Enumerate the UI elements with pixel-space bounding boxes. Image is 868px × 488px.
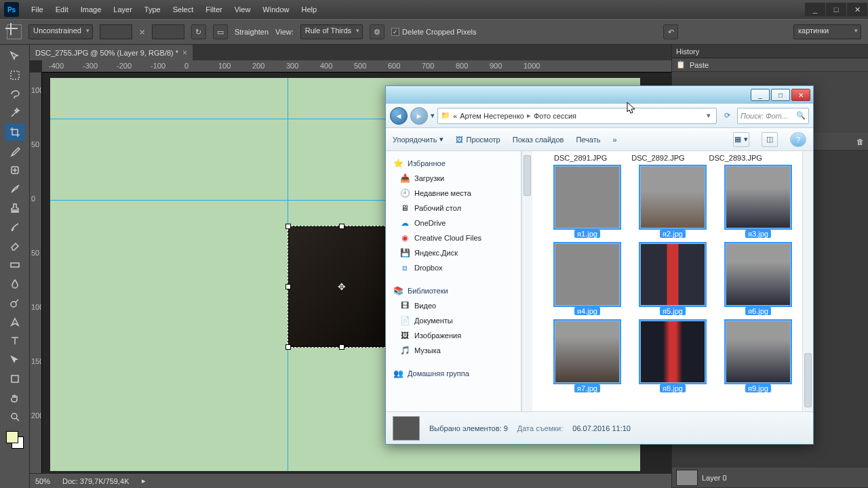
breadcrumb-seg[interactable]: Артем Нестеренко — [460, 112, 524, 120]
ruler-horizontal[interactable]: -400-300-200-100010020030040050060070080… — [42, 60, 671, 73]
path-select-icon[interactable] — [5, 351, 25, 369]
breadcrumb-seg[interactable]: Фото сессия — [534, 112, 576, 120]
file-list[interactable]: DSC_2891.JPGDSC_2892.JPGDSC_2893.JPG я1.… — [532, 151, 802, 411]
close-button[interactable]: ✕ — [847, 3, 867, 16]
tree-item-yandex[interactable]: 💾Яндекс.Диск — [386, 245, 521, 260]
file-thumb[interactable]: я3.jpg — [718, 166, 798, 238]
crop-tool-icon[interactable] — [5, 123, 25, 141]
reset-icon[interactable]: ↶ — [663, 24, 678, 39]
menu-select[interactable]: Select — [167, 3, 199, 16]
search-input[interactable]: Поиск: Фот... 🔍 — [737, 108, 809, 124]
explorer-minimize-button[interactable]: _ — [751, 89, 770, 101]
history-brush-icon[interactable] — [5, 218, 25, 236]
tree-item-music[interactable]: 🎵Музыка — [386, 342, 521, 357]
dodge-tool-icon[interactable] — [5, 294, 25, 312]
eyedropper-tool-icon[interactable] — [5, 142, 25, 160]
type-tool-icon[interactable] — [5, 332, 25, 350]
tree-item-desktop[interactable]: 🖥Рабочий стол — [386, 200, 521, 215]
maximize-button[interactable]: □ — [826, 3, 846, 16]
rotate-icon[interactable]: ↻ — [191, 24, 206, 39]
stamp-tool-icon[interactable] — [5, 199, 25, 217]
tree-item-pictures[interactable]: 🖼Изображения — [386, 327, 521, 342]
tree-scrollbar[interactable] — [521, 151, 532, 411]
address-dropdown-icon[interactable]: ▾ — [704, 111, 713, 120]
wand-tool-icon[interactable] — [5, 104, 25, 122]
menu-edit[interactable]: Edit — [50, 3, 74, 16]
tree-item-dropbox[interactable]: ⧈Dropbox — [386, 260, 521, 274]
pen-tool-icon[interactable] — [5, 313, 25, 331]
workspace-select[interactable]: картинки — [793, 24, 861, 39]
menu-help[interactable]: Help — [296, 3, 322, 16]
crop-width-input[interactable] — [100, 24, 132, 39]
lasso-tool-icon[interactable] — [5, 85, 25, 103]
trash-icon[interactable]: 🗑 — [856, 138, 864, 146]
history-panel-tab[interactable]: History — [672, 45, 868, 58]
nav-tree[interactable]: ⭐Избранное 📥Загрузки 🕘Недавние места 🖥Ра… — [386, 151, 521, 411]
minimize-button[interactable]: _ — [805, 3, 825, 16]
file-thumb[interactable]: я6.jpg — [718, 243, 798, 315]
tree-favorites[interactable]: ⭐Избранное — [386, 155, 521, 170]
refresh-button[interactable]: ⟳ — [719, 108, 734, 123]
menu-layer[interactable]: Layer — [108, 3, 138, 16]
tree-homegroup[interactable]: 👥Домашняя группа — [386, 365, 521, 380]
tree-item-documents[interactable]: 📄Документы — [386, 312, 521, 327]
tree-item-creative-cloud[interactable]: ◉Creative Cloud Files — [386, 230, 521, 245]
explorer-close-button[interactable]: ✕ — [791, 89, 810, 101]
history-item[interactable]: 📋 Paste — [672, 58, 868, 72]
address-bar[interactable]: 📁 « Артем Нестеренко ▸ Фото сессия ▾ — [437, 108, 717, 124]
file-thumb[interactable]: я8.jpg — [633, 321, 713, 392]
menu-window[interactable]: Window — [257, 3, 294, 16]
ruler-vertical[interactable]: 10050050100150200 — [30, 73, 42, 473]
straighten-label[interactable]: Straighten — [235, 28, 269, 36]
explorer-window[interactable]: _ □ ✕ ◄ ► ▾ 📁 « Артем Нестеренко ▸ Фото … — [385, 85, 814, 445]
tree-item-recent[interactable]: 🕘Недавние места — [386, 185, 521, 200]
document-tab[interactable]: DSC_2755.JPG @ 50% (Layer 9, RGB/8) * × — [30, 45, 193, 60]
menu-file[interactable]: File — [26, 3, 49, 16]
file-thumb[interactable]: я2.jpg — [633, 166, 713, 238]
tree-libraries[interactable]: 📚Библиотеки — [386, 283, 521, 298]
file-thumb[interactable]: я1.jpg — [547, 166, 627, 238]
explorer-maximize-button[interactable]: □ — [771, 89, 790, 101]
file-thumb[interactable]: я5.jpg — [633, 243, 713, 315]
marquee-tool-icon[interactable] — [5, 66, 25, 84]
view-mode-button[interactable]: ▦ ▾ — [733, 132, 749, 147]
zoom-level[interactable]: 50% — [35, 477, 50, 485]
crop-region[interactable] — [288, 226, 396, 348]
blur-tool-icon[interactable] — [5, 275, 25, 293]
hand-tool-icon[interactable] — [5, 389, 25, 407]
back-button[interactable]: ◄ — [390, 107, 408, 125]
forward-button[interactable]: ► — [410, 107, 428, 125]
file-thumb[interactable]: я4.jpg — [547, 243, 627, 315]
files-scrollbar[interactable] — [802, 151, 813, 411]
help-button[interactable]: ? — [790, 132, 806, 147]
layer-row[interactable]: Layer 0 — [672, 468, 868, 488]
file-thumb[interactable]: я7.jpg — [547, 321, 627, 392]
status-arrow-icon[interactable]: ▸ — [142, 476, 146, 485]
explorer-titlebar[interactable]: _ □ ✕ — [386, 86, 813, 104]
healing-tool-icon[interactable] — [5, 161, 25, 179]
color-swatches[interactable] — [5, 430, 25, 450]
delete-cropped-checkbox[interactable]: ✓Delete Cropped Pixels — [391, 28, 476, 36]
menu-filter[interactable]: Filter — [200, 3, 227, 16]
tree-item-onedrive[interactable]: ☁OneDrive — [386, 215, 521, 230]
tree-item-videos[interactable]: 🎞Видео — [386, 298, 521, 312]
straighten-icon[interactable]: ▭ — [213, 24, 228, 39]
overlay-select[interactable]: Rule of Thirds — [300, 24, 363, 39]
menu-view[interactable]: View — [229, 3, 256, 16]
more-button[interactable]: » — [613, 136, 617, 144]
brush-tool-icon[interactable] — [5, 180, 25, 198]
preview-pane-button[interactable]: ◫ — [762, 132, 778, 147]
eraser-tool-icon[interactable] — [5, 237, 25, 255]
nav-dropdown-icon[interactable]: ▾ — [431, 111, 435, 120]
menu-type[interactable]: Type — [139, 3, 166, 16]
gradient-tool-icon[interactable] — [5, 256, 25, 274]
print-button[interactable]: Печать — [576, 136, 600, 144]
file-thumb[interactable]: я9.jpg — [718, 321, 798, 392]
gear-icon[interactable]: ⚙ — [370, 24, 384, 39]
preview-button[interactable]: 🖼Просмотр — [456, 136, 500, 144]
swap-icon[interactable]: ⤫ — [139, 28, 145, 37]
move-tool-icon[interactable] — [5, 47, 25, 65]
close-tab-icon[interactable]: × — [182, 48, 187, 58]
shape-tool-icon[interactable] — [5, 370, 25, 388]
zoom-tool-icon[interactable] — [5, 408, 25, 426]
